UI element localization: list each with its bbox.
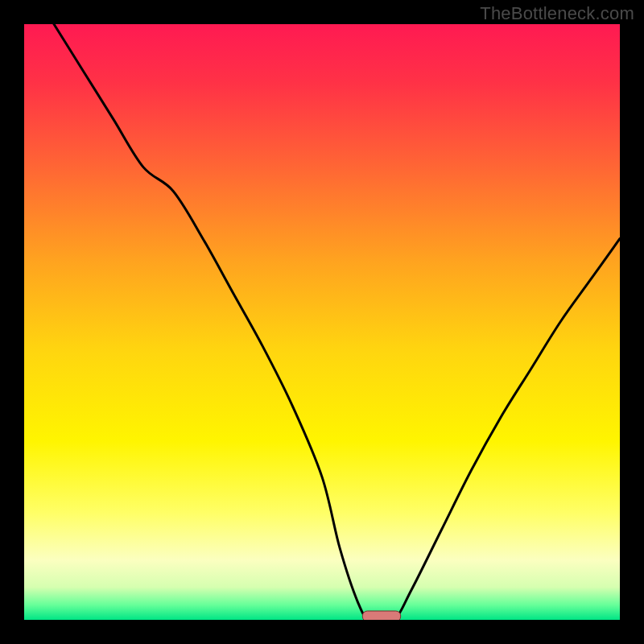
watermark-text: TheBottleneck.com: [480, 3, 634, 24]
gradient-background: [24, 24, 620, 620]
bottleneck-chart: [24, 24, 620, 620]
plot-area: [24, 24, 620, 620]
optimal-marker: [362, 611, 400, 620]
chart-frame: TheBottleneck.com: [0, 0, 644, 644]
